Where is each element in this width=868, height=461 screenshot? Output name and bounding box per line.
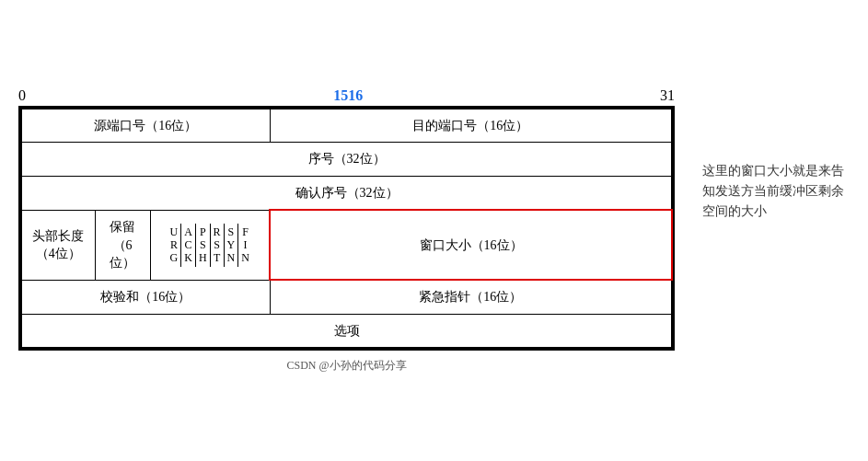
annotation-text: 这里的窗口大小就是来告知发送方当前缓冲区剩余空间的大小	[702, 164, 844, 219]
table-row: 校验和（16位） 紧急指针（16位）	[21, 280, 672, 314]
dest-port-cell: 目的端口号（16位）	[270, 109, 672, 143]
table-row: 源端口号（16位） 目的端口号（16位）	[21, 109, 672, 143]
options-cell: 选项	[21, 314, 672, 348]
flag-syn: S Y N	[224, 224, 238, 267]
bit-label-15: 1516	[333, 87, 363, 104]
footer-text: CSDN @小孙的代码分享	[286, 359, 406, 372]
ack-num-cell: 确认序号（32位）	[21, 176, 672, 210]
table-row: 确认序号（32位）	[21, 176, 672, 210]
flag-urg: U R G	[168, 224, 181, 267]
bit-label-0: 0	[18, 87, 26, 104]
reserved-cell: 保留 （6位）	[95, 210, 150, 280]
flags-row: 头部长度 （4位） 保留 （6位） U R G A C	[21, 210, 672, 280]
header-length-cell: 头部长度 （4位）	[21, 210, 95, 280]
tcp-header-diagram: 源端口号（16位） 目的端口号（16位） 序号（32位） 确认序号（32位） 头…	[18, 106, 675, 352]
bit-label-31: 31	[660, 87, 675, 104]
flags-cell: U R G A C K P S	[150, 210, 270, 280]
footer: CSDN @小孙的代码分享	[18, 358, 675, 374]
flag-rst: R S T	[210, 224, 224, 267]
source-port-cell: 源端口号（16位）	[21, 109, 270, 143]
flag-fin: F I N	[237, 224, 252, 267]
flag-psh: P S H	[195, 224, 210, 267]
flags-inner: U R G A C K P S	[151, 224, 270, 267]
seq-num-cell: 序号（32位）	[21, 143, 672, 177]
urgent-pointer-cell: 紧急指针（16位）	[270, 280, 672, 314]
diagram-wrapper: 0 1516 31 源端口号（16位） 目的端口号（16位） 序号（32位） 确…	[18, 87, 675, 375]
table-row: 序号（32位）	[21, 143, 672, 177]
annotation: 这里的窗口大小就是来告知发送方当前缓冲区剩余空间的大小	[702, 161, 850, 223]
main-container: 0 1516 31 源端口号（16位） 目的端口号（16位） 序号（32位） 确…	[18, 87, 850, 375]
bit-labels: 0 1516 31	[18, 87, 675, 106]
checksum-cell: 校验和（16位）	[21, 280, 270, 314]
tcp-table: 源端口号（16位） 目的端口号（16位） 序号（32位） 确认序号（32位） 头…	[20, 108, 673, 350]
window-size-cell: 窗口大小（16位）	[270, 210, 672, 280]
flag-ack: A C K	[180, 224, 195, 267]
table-row: 选项	[21, 314, 672, 348]
